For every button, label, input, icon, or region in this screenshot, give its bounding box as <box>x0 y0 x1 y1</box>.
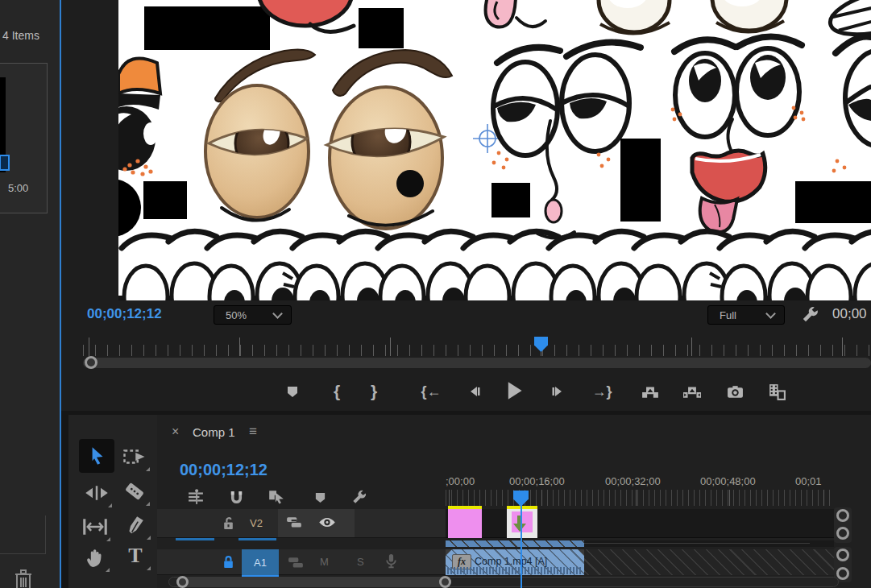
slip-tool[interactable] <box>79 511 111 542</box>
hand-icon <box>83 546 106 569</box>
solo-button[interactable]: S <box>357 556 364 568</box>
sync-lock-icon[interactable] <box>286 516 302 529</box>
lock-closed-icon[interactable] <box>222 555 235 569</box>
clip-duration: 5:00 <box>8 182 28 194</box>
timeline-scrollbar-thumb[interactable] <box>176 577 451 587</box>
magnet-icon <box>229 490 244 505</box>
lock-open-icon[interactable] <box>222 516 235 530</box>
scrollbar-zoom-handle[interactable] <box>836 509 849 522</box>
export-frame-button[interactable] <box>725 382 744 401</box>
selection-arrow-icon <box>86 445 107 466</box>
marker-icon <box>314 491 326 503</box>
ruler-label: 00;00;48;00 <box>700 475 756 487</box>
track-row-v2: V2 <box>157 509 871 538</box>
track-select-forward-tool[interactable] <box>118 441 151 472</box>
program-video-frame[interactable] <box>118 0 871 300</box>
clip-usage-badge <box>0 155 10 171</box>
v1-clip-collapsed[interactable] <box>446 540 584 547</box>
monitor-time-ruler[interactable] <box>83 334 871 370</box>
scrollbar-zoom-handle[interactable] <box>836 549 849 561</box>
sync-lock-icon[interactable] <box>288 557 304 569</box>
scrollbar-zoom-handle[interactable] <box>85 356 97 369</box>
track-select-icon <box>122 446 147 467</box>
project-items-count: 4 Items <box>2 29 39 42</box>
video-clip-thumbnail-selected[interactable] <box>507 506 537 538</box>
audio-waveform <box>447 567 581 574</box>
ruler-ticks <box>83 345 871 356</box>
playback-resolution-value: Full <box>720 309 767 321</box>
premiere-pro-window: 4 Items 5:00 <box>0 0 871 588</box>
project-clip-thumbnail[interactable]: 5:00 <box>0 63 48 213</box>
slip-icon <box>82 517 108 536</box>
sequence-tab[interactable]: Comp 1 <box>193 425 235 439</box>
go-to-out-button[interactable]: →} <box>587 382 616 401</box>
video-clip-selected[interactable] <box>448 506 482 538</box>
v2-track-content[interactable] <box>446 509 834 538</box>
go-to-in-button[interactable]: {← <box>417 382 446 401</box>
razor-tool[interactable] <box>118 476 151 507</box>
chevron-down-icon <box>765 308 776 319</box>
step-forward-button[interactable] <box>548 382 567 401</box>
ruler-label: ;00;00 <box>446 475 475 487</box>
add-marker-button[interactable] <box>283 382 302 401</box>
comparison-view-button[interactable] <box>767 382 786 401</box>
type-tool[interactable]: T <box>119 540 151 571</box>
nest-toggle-button[interactable] <box>186 487 205 507</box>
marker-icon <box>286 385 299 398</box>
linked-selection-icon <box>268 489 285 505</box>
audio-clip[interactable]: fx Comp 1.mp4 [A] <box>446 549 584 575</box>
audio-clip-name: Comp 1.mp4 [A] <box>475 556 547 567</box>
ruler-label: 00;00;32;00 <box>605 475 661 487</box>
scrollbar-zoom-handle[interactable] <box>836 527 849 540</box>
panel-menu-icon[interactable]: ≡ <box>249 424 257 440</box>
mark-out-button[interactable]: } <box>364 382 384 401</box>
pen-icon <box>125 515 146 536</box>
comparison-view-icon <box>768 383 786 400</box>
zoom-level-select[interactable]: 50% <box>214 305 292 325</box>
extract-button[interactable] <box>682 382 702 401</box>
v2-track-label[interactable]: V2 <box>250 517 263 529</box>
timeline-current-timecode[interactable]: 00;00;12;12 <box>180 461 268 479</box>
lift-button[interactable] <box>641 382 660 401</box>
monitor-scrollbar[interactable] <box>83 358 871 368</box>
ripple-edit-tool[interactable] <box>81 478 113 508</box>
monitor-current-timecode[interactable]: 00;00;12;12 <box>87 306 162 322</box>
timeline-time-ruler[interactable] <box>446 490 834 506</box>
a1-track-content-locked[interactable]: fx Comp 1.mp4 [A] <box>446 549 834 575</box>
mark-in-button[interactable]: { <box>327 382 346 401</box>
tab-close-button[interactable]: × <box>172 424 179 439</box>
a1-track-label: A1 <box>254 557 267 569</box>
project-panel: 4 Items 5:00 <box>0 0 60 588</box>
a1-track-target-button[interactable]: A1 <box>242 549 279 575</box>
scrollbar-zoom-handle[interactable] <box>439 576 451 588</box>
ruler-label: 00;01 <box>795 475 822 487</box>
selection-tool[interactable] <box>79 439 114 473</box>
linked-selection-button[interactable] <box>267 487 286 507</box>
pen-tool[interactable] <box>119 510 151 540</box>
play-button[interactable] <box>503 379 525 402</box>
scrollbar-zoom-handle[interactable] <box>176 576 189 588</box>
mute-button[interactable]: M <box>320 556 329 568</box>
eye-icon[interactable] <box>318 516 336 528</box>
voiceover-mic-icon[interactable] <box>384 553 398 570</box>
hand-tool[interactable] <box>78 542 110 573</box>
track-header-underline <box>176 538 214 540</box>
timeline-add-marker-button[interactable] <box>310 487 330 507</box>
v1-track-collapsed[interactable] <box>446 540 834 547</box>
a1-track-header: A1 M S <box>157 549 446 575</box>
monitor-duration-timecode: 00;00 <box>832 306 867 322</box>
program-monitor-panel: 00;00;12;12 50% Full 00;00 <box>61 0 871 411</box>
trash-icon[interactable] <box>14 568 33 588</box>
snap-toggle-button[interactable] <box>226 487 246 507</box>
monitor-settings-wrench-icon[interactable] <box>800 305 819 325</box>
playback-resolution-select[interactable]: Full <box>707 305 785 325</box>
cartoon-faces-artwork <box>118 0 871 300</box>
timeline-settings-button[interactable] <box>349 487 368 507</box>
scrollbar-zoom-handle[interactable] <box>836 567 849 580</box>
tools-panel: T <box>68 415 157 588</box>
step-back-button[interactable] <box>465 382 484 401</box>
step-back-icon <box>467 385 482 398</box>
bin-edge <box>0 553 46 554</box>
extract-icon <box>682 384 702 399</box>
ruler-label: 00;00;16;00 <box>509 475 565 487</box>
